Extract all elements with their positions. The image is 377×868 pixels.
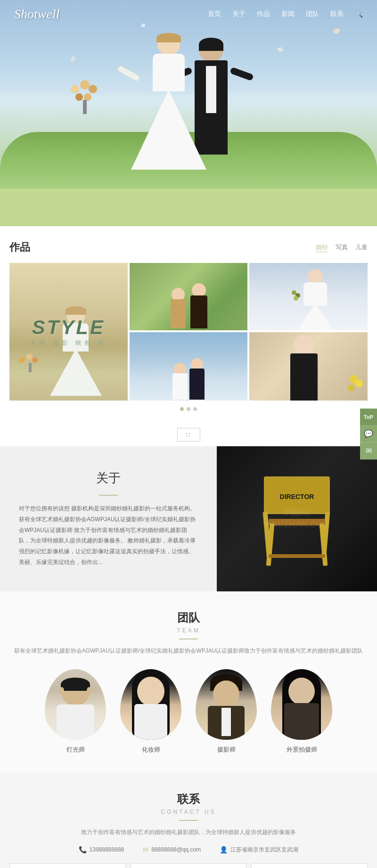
works-header: 作品 婚纱 写真 儿童 (9, 240, 368, 254)
hero-section: 将低价高质量服务进行到底十月黄 将低价高质量服务进行到底，十月黄金周婚纱拍摄优惠… (0, 0, 377, 226)
about-right: DIRECTOR 码酷站MKUZHAN.COM (217, 446, 377, 591)
contact-info: 📞 13988888888 ✉ 88888888@qq.com 👤 江苏省南京市… (9, 846, 368, 854)
team-member-3: 摄影师 (196, 669, 257, 754)
tab-wedding[interactable]: 婚纱 (316, 243, 328, 252)
works-dots (9, 407, 368, 411)
team-member-4: 外景拍摄师 (271, 669, 332, 754)
tab-children[interactable]: 儿童 (355, 243, 368, 252)
works-dot-1[interactable] (180, 407, 184, 411)
work-style-text: STYLE (32, 316, 105, 339)
chat-button[interactable]: 💬 (360, 426, 377, 442)
search-icon[interactable]: 🔍 (355, 10, 363, 18)
contact-phone: 📞 13988888888 (79, 846, 124, 854)
works-title: 作品 (9, 240, 30, 254)
team-title-en: TEAM (9, 627, 368, 634)
more-button-wrap: ∷ (0, 428, 377, 442)
contact-title-en: CONTACT US (9, 809, 368, 815)
contact-address: 👤 江苏省南京市玄武区玄武湖 (220, 846, 298, 854)
team-member-name-4: 外景拍摄师 (287, 745, 317, 754)
form-row-1 (9, 863, 368, 868)
phone-icon: 📞 (79, 846, 87, 853)
avatar-4 (271, 669, 332, 740)
email-icon: ✉ (143, 846, 148, 853)
work-style-sub: 大海 流影 映相 剧 (30, 339, 107, 347)
team-member-name-3: 摄影师 (217, 745, 236, 754)
team-member-name-1: 灯光师 (66, 745, 85, 754)
team-member-name-2: 化妆师 (142, 745, 160, 754)
logo[interactable]: Shotwell (14, 7, 59, 22)
contact-form: 提交留言 (9, 863, 368, 868)
works-dot-3[interactable] (193, 407, 197, 411)
works-dot-2[interactable] (187, 407, 190, 411)
contact-title: 联系 (9, 792, 368, 807)
contact-divider (179, 820, 198, 821)
message-button[interactable]: ✉ (360, 442, 377, 459)
about-left: 关于 对于您位拥有的设想 摄影机构是深圳婚纱婚礼摄影的一站式服务机构。获有全球艺… (0, 446, 217, 591)
nav-team[interactable]: 团队 (306, 10, 319, 18)
team-desc: 获有全球艺术婚礼摄影协会AGWPJAU认证摄影师/全球纪实婚礼摄影协会WPJAU… (9, 647, 368, 655)
address-text: 江苏省南京市玄武区玄武湖 (230, 846, 298, 854)
contact-section: 联系 CONTACT US 致力于创作富有情感与艺术的婚纱婚礼摄影团队，为全球特… (0, 773, 377, 868)
avatar-2 (120, 669, 181, 740)
team-divider (179, 639, 198, 639)
work-item-5[interactable] (249, 332, 368, 401)
works-grid: STYLE 大海 流影 映相 剧 (9, 263, 368, 401)
work-style-overlay: STYLE 大海 流影 映相 剧 (9, 263, 128, 401)
work-item-2[interactable] (130, 263, 248, 330)
works-section: 作品 婚纱 写真 儿童 (0, 226, 377, 420)
about-divider (99, 495, 118, 496)
director-chair-svg: DIRECTOR (250, 467, 344, 571)
chat-icon: 💬 (364, 429, 373, 438)
nav-contact[interactable]: 联系 (330, 10, 344, 18)
svg-rect-8 (269, 554, 325, 558)
works-tabs: 婚纱 写真 儿童 (316, 243, 368, 252)
work-item-main[interactable]: STYLE 大海 流影 映相 剧 (9, 263, 128, 401)
nav-home[interactable]: 首页 (208, 10, 221, 18)
location-icon: 👤 (220, 846, 228, 853)
message-icon: ✉ (366, 446, 372, 455)
team-grid: 灯光师 化妆师 (9, 669, 368, 754)
team-member-2: 化妆师 (120, 669, 181, 754)
about-section: 关于 对于您位拥有的设想 摄影机构是深圳婚纱婚礼摄影的一站式服务机构。获有全球艺… (0, 446, 377, 591)
about-text: 对于您位拥有的设想 摄影机构是深圳婚纱婚礼摄影的一站式服务机构。获有全球艺术婚礼… (19, 503, 198, 568)
phone-number: 13988888888 (90, 846, 124, 853)
top-label: ToP (364, 414, 373, 420)
work-item-3[interactable] (249, 263, 368, 330)
email-address: 88888888@qq.com (151, 846, 201, 853)
about-title: 关于 (19, 470, 198, 486)
back-to-top-button[interactable]: ToP (360, 409, 377, 426)
director-chair-art: DIRECTOR (217, 446, 377, 591)
name-input[interactable] (9, 863, 126, 868)
team-title: 团队 (9, 610, 368, 625)
email-input[interactable] (251, 863, 368, 868)
main-nav: 首页 关于 作品 新闻 团队 联系 🔍 (208, 10, 363, 18)
more-button[interactable]: ∷ (177, 428, 200, 442)
header: Shotwell 首页 关于 作品 新闻 团队 联系 🔍 (0, 0, 377, 28)
phone-input[interactable] (131, 863, 247, 868)
svg-rect-5 (269, 519, 325, 525)
nav-about[interactable]: 关于 (232, 10, 246, 18)
nav-news[interactable]: 新闻 (281, 10, 295, 18)
contact-email: ✉ 88888888@qq.com (143, 846, 201, 854)
svg-text:DIRECTOR: DIRECTOR (280, 493, 314, 500)
nav-works[interactable]: 作品 (257, 10, 270, 18)
float-sidebar: ToP 💬 ✉ (360, 409, 377, 459)
work-item-4[interactable] (130, 332, 248, 401)
avatar-3 (196, 669, 257, 740)
team-section: 团队 TEAM 获有全球艺术婚礼摄影协会AGWPJAU认证摄影师/全球纪实婚礼摄… (0, 591, 377, 773)
tab-portrait[interactable]: 写真 (336, 243, 348, 252)
contact-desc: 致力于创作富有情感与艺术的婚纱婚礼摄影团队，为全球特婚新人提供优越的影像服务 (9, 828, 368, 836)
team-member-1: 灯光师 (45, 669, 106, 754)
avatar-1 (45, 669, 106, 740)
